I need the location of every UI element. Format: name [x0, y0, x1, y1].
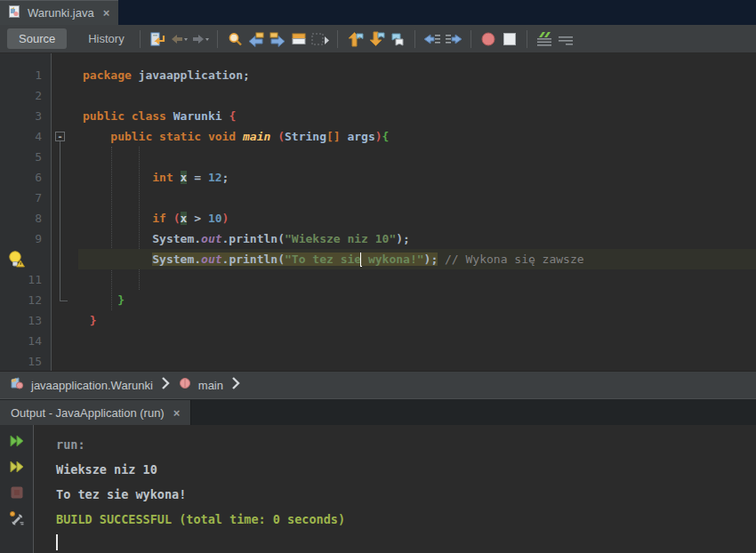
code-token: [236, 130, 243, 143]
code-token: 10: [208, 212, 222, 225]
fold-guide-line: [60, 141, 60, 301]
code-token: .println(: [222, 232, 285, 245]
last-edit-location-icon[interactable]: [147, 28, 168, 50]
line-number-12: 12: [6, 290, 42, 310]
code-token: =: [187, 171, 207, 184]
breadcrumb-item-method[interactable]: main: [178, 376, 223, 394]
line-number-2: 2: [6, 85, 42, 106]
code-token: "Wieksze niz 10": [285, 232, 396, 245]
find-selection-icon[interactable]: [224, 28, 245, 50]
code-token: package: [83, 68, 132, 82]
code-token: System.: [152, 252, 201, 266]
shift-line-left-icon[interactable]: [422, 28, 443, 50]
code-line-8: if (x > 10): [78, 208, 756, 228]
code-token: ;: [222, 171, 229, 184]
code-token: >: [187, 212, 207, 225]
output-line-4: BUILD SUCCESSFUL (total time: 0 seconds): [56, 507, 756, 532]
code-token: [270, 130, 277, 143]
code-token: (: [173, 212, 181, 225]
find-next-icon[interactable]: [267, 28, 288, 50]
ant-settings-icon[interactable]: [7, 509, 27, 528]
toggle-bookmark-icon[interactable]: [387, 28, 408, 50]
code-area[interactable]: package javaapplication;public class War…: [78, 53, 756, 371]
overflow-icon[interactable]: [310, 28, 331, 50]
code-token: (: [277, 130, 285, 143]
code-token: [83, 314, 90, 327]
history-view-button[interactable]: History: [79, 28, 133, 49]
find-previous-icon[interactable]: [245, 28, 267, 50]
jump-back-icon[interactable]: [168, 28, 189, 50]
tab-warunki-java[interactable]: Warunki.java ×: [0, 0, 118, 25]
tab-title: Warunki.java: [28, 6, 94, 20]
code-line-2: [78, 85, 756, 106]
comment-icon[interactable]: [534, 28, 555, 50]
code-token: out: [201, 252, 221, 266]
code-token: ): [375, 130, 382, 143]
code-line-3: public class Warunki {: [78, 106, 756, 126]
line-number-3: 3: [6, 106, 42, 126]
rerun-button[interactable]: [7, 431, 27, 451]
code-line-14: [78, 331, 756, 351]
output-tab-close-icon[interactable]: ×: [173, 406, 181, 420]
hint-lightbulb-icon[interactable]: [5, 250, 28, 271]
uncomment-icon[interactable]: [555, 28, 576, 50]
line-number-15: 15: [6, 351, 42, 372]
code-token: }: [117, 293, 125, 307]
code-token: [83, 252, 152, 266]
code-token: Warunki: [173, 109, 222, 123]
fold-collapse-icon[interactable]: -: [55, 132, 65, 141]
code-token: {: [229, 109, 236, 123]
breadcrumb-label: main: [198, 379, 223, 392]
breadcrumb-item-class[interactable]: javaapplication.Warunki: [9, 376, 153, 394]
output-caret: [56, 534, 58, 550]
toolbar-separator: [414, 30, 415, 48]
fold-guide-corner: [60, 301, 68, 301]
line-number-5: 5: [6, 147, 42, 167]
previous-bookmark-icon[interactable]: [344, 28, 366, 50]
output-console[interactable]: run:Wieksze niz 10To tez sie wykona!BUIL…: [35, 425, 756, 553]
code-token: }: [90, 314, 97, 327]
rerun-alt-button[interactable]: [7, 457, 27, 477]
code-line-7: [78, 188, 756, 208]
code-token: wykona!": [361, 252, 423, 266]
method-icon: [178, 376, 192, 394]
next-bookmark-icon[interactable]: [366, 28, 387, 50]
code-token: if: [152, 212, 166, 225]
line-number-11: 11: [6, 269, 42, 290]
editor-tab-bar: Warunki.java ×: [0, 0, 756, 25]
code-token: public static void: [110, 130, 236, 143]
chevron-right-icon[interactable]: [231, 377, 240, 393]
code-line-1: package javaapplication;: [78, 65, 756, 85]
class-icon: [9, 376, 25, 394]
code-token: [83, 130, 110, 143]
line-number-6: 6: [6, 167, 42, 188]
line-number-7: 7: [6, 188, 42, 208]
output-tab[interactable]: Output - JavaApplication (run) ×: [0, 400, 191, 426]
jump-forward-icon[interactable]: [189, 28, 211, 50]
shift-line-right-icon[interactable]: [443, 28, 464, 50]
code-token: [83, 171, 152, 184]
code-token: [173, 171, 181, 184]
stop-macro-icon[interactable]: [499, 28, 520, 50]
code-token: {: [382, 130, 390, 143]
code-token: out: [201, 232, 221, 245]
stop-button[interactable]: [7, 483, 27, 502]
record-macro-icon[interactable]: [478, 28, 499, 50]
chevron-right-icon[interactable]: [161, 377, 170, 393]
code-token: [83, 293, 117, 307]
code-line-12: }: [78, 290, 756, 310]
source-view-button[interactable]: Source: [7, 28, 67, 49]
code-token: );: [424, 252, 438, 266]
code-line-15: [78, 351, 756, 372]
code-token: ): [222, 212, 229, 225]
line-number-14: 14: [6, 331, 42, 351]
code-editor[interactable]: 1234567891112131415 - package javaapplic…: [0, 53, 756, 371]
netbeans-window: Warunki.java × Source History 1234567891…: [0, 0, 756, 553]
toggle-highlight-icon[interactable]: [288, 28, 310, 50]
toolbar-separator: [470, 30, 471, 48]
code-token: // Wykona się zawsze: [445, 252, 584, 266]
toolbar-icon-group: [147, 28, 576, 50]
editor-toolbar: Source History: [0, 25, 756, 53]
code-token: [438, 252, 445, 266]
tab-close-icon[interactable]: ×: [103, 6, 110, 20]
